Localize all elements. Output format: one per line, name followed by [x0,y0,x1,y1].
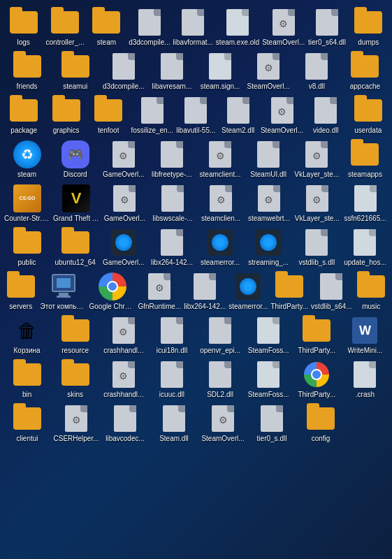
steamoverl3-icon: ⚙ [268,96,296,124]
gta_app-label: Grand Theft Auto V [53,215,99,223]
icon-steamfoss1[interactable]: SteamFoss... [245,314,293,358]
icon-chrome[interactable]: Google Chrome [88,270,137,314]
icon-steamoverl4[interactable]: ⚙SteamOverl... [198,402,247,446]
icon-steamclient2[interactable]: ⚙steamclien... [197,182,245,226]
config-icon [307,405,335,433]
icon-crashhandl1[interactable]: ⚙crashhandl... [99,314,147,358]
icon-steamerror[interactable]: steamerror... [196,226,245,270]
icon-steam2dll[interactable]: Steam2.dll [217,94,259,138]
icon-steamui[interactable]: steamui [51,50,99,94]
icon-steamoverl2[interactable]: ⚙SteamOverl... [245,50,293,94]
icon-libavcodec[interactable]: libavcodec... [101,402,150,446]
icon-clientui[interactable]: clientui [3,402,52,446]
icon-update_hos[interactable]: update_hos... [341,226,389,270]
videodll-icon [312,96,340,124]
icon-csgo_app[interactable]: CS:GOCounter-Str... Global Offe... [3,182,52,226]
crashhandl1-icon: ⚙ [110,317,138,344]
icon-icuucdll[interactable]: icuuc.dll [147,358,196,402]
icon-controller[interactable]: controller_... [44,6,85,50]
icon-config[interactable]: config [296,402,345,446]
icon-gameoverl2[interactable]: ⚙GameOverl... [101,182,149,226]
icon-logs[interactable]: logs [3,6,44,50]
icon-ssfn[interactable]: ssfn621665... [341,182,389,226]
vklayer_ste1-label: VkLayer_ste... [294,170,339,179]
icon-music[interactable]: music [353,270,389,314]
icon-v8dll[interactable]: v8.dll [293,50,341,94]
icon-public[interactable]: public [3,226,51,270]
icon-gfnruntime[interactable]: ⚙GfnRuntime... [137,270,183,314]
icon-steamui_dll[interactable]: SteamUI.dll [245,138,293,182]
icon-sdl2dll[interactable]: SDL2.dll [196,358,245,402]
icon-steamwebrt[interactable]: ⚙steamwebrt... [245,182,293,226]
icon-libswscale[interactable]: libswscale-... [149,182,197,226]
steamerror2-icon [234,273,262,300]
icon-appcache[interactable]: appcache [341,50,389,94]
cserhelper-label: CSERHelper... [53,435,99,443]
csgo_app-icon: CS:GO [13,184,41,212]
icon-libx264_142b[interactable]: libx264-142... [182,270,227,314]
icon-skins[interactable]: skins [51,358,99,402]
icon-icui18n[interactable]: icui18n.dll [147,314,196,358]
icon-etot_komp[interactable]: Этот компьютер [39,270,88,314]
icon-tier0_s[interactable]: tier0_s.dll [247,402,296,446]
icon-d3dcompile2[interactable]: d3dcompile... [99,50,147,94]
icon-ubuntu12_64[interactable]: ubuntu12_64 [51,226,99,270]
icon-gameoverl1[interactable]: ⚙GameOverl... [99,138,147,182]
icon-writemini[interactable]: WWriteMini... [341,314,389,358]
icon-thirdparty1[interactable]: ThirdParty... [269,270,310,314]
korzina-label: Корзина [14,347,41,355]
icon-cserhelper[interactable]: ⚙CSERHelper... [52,402,101,446]
icon-fossilize_en[interactable]: fossilize_en... [129,94,175,138]
icon-libavutil55[interactable]: libavutil-55... [175,94,217,138]
libavcodec-icon [111,405,139,433]
icon-discord_app[interactable]: 🎮Discord [51,138,99,182]
icon-tier0_s64[interactable]: tier0_s64.dll [306,6,347,50]
chrome-label: Google Chrome [89,303,136,311]
icon-steam_app[interactable]: ♻steam [3,138,51,182]
steamui_dll-icon [254,140,282,168]
icon-gameoverl3[interactable]: GameOverl... [99,226,147,270]
icon-steamclient1[interactable]: ⚙steamclient... [196,138,245,182]
icon-crash[interactable]: .crash [341,358,389,402]
icon-resource[interactable]: resource [51,314,99,358]
icon-gta_app[interactable]: VGrand Theft Auto V [52,182,101,226]
icon-steam[interactable]: steam [86,6,127,50]
thirdparty3-icon [303,361,331,389]
libavresam-icon [158,52,186,80]
icon-steam_exe_old[interactable]: steam.exe.old [215,6,261,50]
icon-package[interactable]: package [3,94,45,138]
icon-servers[interactable]: servers [3,270,39,314]
icon-steamdll[interactable]: Steam.dll [150,402,198,446]
icon-friends[interactable]: friends [3,50,51,94]
icon-vklayer_ste1[interactable]: ⚙VkLayer_ste... [293,138,341,182]
icon-openvr_epi[interactable]: openvr_epi... [196,314,245,358]
libswscale-icon [159,184,187,212]
icon-steamapps[interactable]: steamapps [341,138,389,182]
icon-korzina[interactable]: 🗑Корзина [3,314,51,358]
icon-libavresam[interactable]: libavresam... [147,50,196,94]
servers-label: servers [9,303,32,311]
icon-videodll[interactable]: video.dll [305,94,347,138]
icon-steamfoss2[interactable]: SteamFoss... [245,358,293,402]
icon-graphics[interactable]: graphics [45,94,87,138]
icon-streaming[interactable]: streaming_... [245,226,293,270]
icon-d3dcompile1[interactable]: d3dcompile... [127,6,171,50]
icon-steamoverl1[interactable]: ⚙SteamOverl... [261,6,306,50]
icon-steamoverl3[interactable]: ⚙SteamOverl... [259,94,305,138]
icon-bin[interactable]: bin [3,358,51,402]
icon-steam_sign[interactable]: steam.sign... [196,50,245,94]
icon-vstdlib_s[interactable]: vstdlib_s.dll [293,226,341,270]
icon-userdata[interactable]: userdata [347,94,389,138]
icon-thirdparty2[interactable]: ThirdParty... [293,314,341,358]
icon-vklayer_ste2[interactable]: ⚙VkLayer_ste... [293,182,341,226]
icon-vstdlib_s64[interactable]: vstdlib_s64... [310,270,353,314]
icon-libfreetype[interactable]: libfreetype-... [147,138,196,182]
icon-libx264_142[interactable]: libx264-142... [147,226,196,270]
icon-thirdparty3[interactable]: ThirdParty... [293,358,341,402]
icon-crashhandl2[interactable]: ⚙crashhandl... [99,358,147,402]
icon-dumps[interactable]: dumps [348,6,389,50]
dumps-label: dumps [358,38,379,47]
icon-steamerror2[interactable]: steamerror... [227,270,269,314]
icon-tenfoot[interactable]: tenfoot [87,94,129,138]
icon-libavformat[interactable]: libavformat... [172,6,215,50]
